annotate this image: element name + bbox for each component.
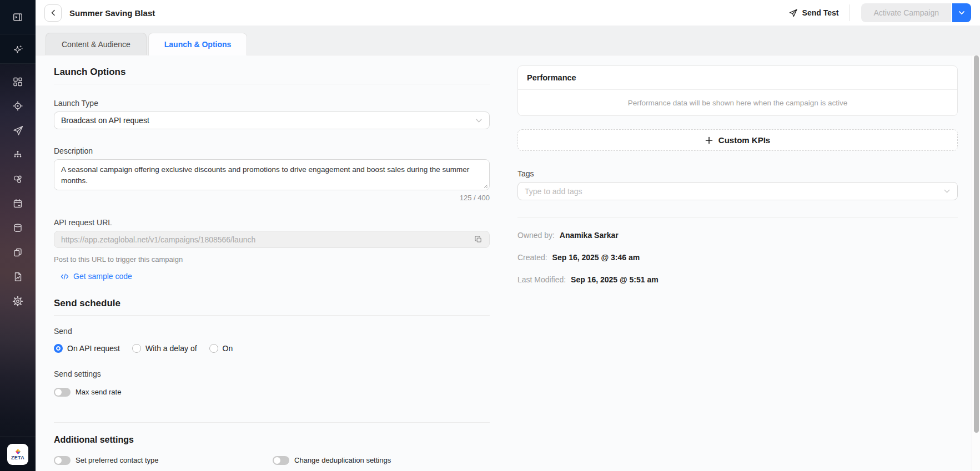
created-label: Created: xyxy=(517,253,547,262)
launch-options-heading: Launch Options xyxy=(54,67,490,84)
scrollbar-track xyxy=(972,55,980,471)
sidebar-toggle-icon xyxy=(12,12,23,23)
content-area: Launch Options Launch Type Broadcast on … xyxy=(36,55,980,471)
deduplication-settings-label: Change deduplication settings xyxy=(294,456,391,464)
sidebar-item-audiences[interactable] xyxy=(0,167,36,191)
deduplication-settings-toggle[interactable] xyxy=(273,456,289,465)
zeta-logo[interactable]: ZETA xyxy=(7,444,28,465)
tags-input[interactable] xyxy=(525,187,943,196)
activate-campaign-group: Activate Campaign xyxy=(861,3,971,22)
api-url-input[interactable] xyxy=(61,235,473,244)
sidebar-toggle-button[interactable] xyxy=(0,0,36,34)
launch-options-panel: Launch Options Launch Type Broadcast on … xyxy=(54,55,490,471)
calendar-icon xyxy=(12,198,23,209)
tab-bar: Content & Audience Launch & Options xyxy=(36,26,980,55)
created-value: Sep 16, 2025 @ 3:46 am xyxy=(552,253,640,262)
preferred-contact-type-toggle[interactable] xyxy=(54,456,71,465)
sidebar-item-campaigns[interactable] xyxy=(0,118,36,143)
sidebar-item-ai[interactable] xyxy=(0,34,36,64)
send-radio-group: On API request With a delay of On xyxy=(54,344,490,353)
copy-url-button[interactable] xyxy=(473,234,484,245)
api-url-label: API request URL xyxy=(54,218,490,227)
chevron-down-icon xyxy=(943,188,951,195)
sidebar-item-settings[interactable] xyxy=(0,289,36,313)
tab-content-audience[interactable]: Content & Audience xyxy=(46,33,147,55)
launch-type-label: Launch Type xyxy=(54,99,490,108)
scrollbar-thumb[interactable] xyxy=(974,55,979,433)
sidebar-item-data[interactable] xyxy=(0,216,36,240)
tags-label: Tags xyxy=(517,169,958,178)
header-divider xyxy=(850,4,850,21)
sidebar-item-templates[interactable] xyxy=(0,240,36,265)
send-test-button[interactable]: Send Test xyxy=(788,8,839,18)
tab-launch-options[interactable]: Launch & Options xyxy=(148,33,248,55)
radio-unselected-icon xyxy=(209,344,218,353)
custom-kpis-button[interactable]: Custom KPIs xyxy=(517,129,958,151)
last-modified-row: Last Modified: Sep 16, 2025 @ 5:51 am xyxy=(517,275,958,284)
sidebar-item-dashboard[interactable] xyxy=(0,69,36,94)
radio-selected-icon xyxy=(54,344,63,353)
section-divider xyxy=(54,422,490,423)
code-icon xyxy=(61,273,69,280)
launch-type-value: Broadcast on API request xyxy=(61,116,149,125)
report-document-icon xyxy=(12,271,23,282)
sidebar-item-reports[interactable] xyxy=(0,265,36,289)
description-label: Description xyxy=(54,146,490,155)
send-label: Send xyxy=(54,327,490,336)
dashboard-icon xyxy=(12,76,23,87)
main-area: Summer Saving Blast Send Test Activate C… xyxy=(36,0,980,471)
radio-with-delay[interactable]: With a delay of xyxy=(132,344,197,353)
owned-by-value: Anamika Sarkar xyxy=(560,231,619,240)
header: Summer Saving Blast Send Test Activate C… xyxy=(36,0,980,26)
owned-by-row: Owned by: Anamika Sarkar xyxy=(517,231,958,240)
page-title: Summer Saving Blast xyxy=(69,8,155,18)
max-send-rate-toggle[interactable] xyxy=(54,388,71,397)
last-modified-label: Last Modified: xyxy=(517,275,566,284)
meta-divider xyxy=(517,217,958,217)
chevron-left-icon xyxy=(50,9,57,16)
database-icon xyxy=(12,222,23,234)
sidebar-item-calendar[interactable] xyxy=(0,191,36,216)
send-settings-label: Send settings xyxy=(54,369,490,378)
sidebar-item-journeys[interactable] xyxy=(0,143,36,167)
owned-by-label: Owned by: xyxy=(517,231,555,240)
created-row: Created: Sep 16, 2025 @ 3:46 am xyxy=(517,253,958,262)
custom-kpis-label: Custom KPIs xyxy=(718,135,770,145)
get-sample-code-link[interactable]: Get sample code xyxy=(61,272,132,281)
goal-target-icon xyxy=(12,100,23,112)
journey-hierarchy-icon xyxy=(12,149,23,160)
chevron-down-icon xyxy=(475,117,483,124)
audience-segments-icon xyxy=(12,174,23,185)
settings-gear-icon xyxy=(12,296,23,307)
performance-heading: Performance xyxy=(518,66,957,90)
radio-on-api-request[interactable]: On API request xyxy=(54,344,120,353)
radio-on-date[interactable]: On xyxy=(209,344,233,353)
back-button[interactable] xyxy=(44,4,62,22)
get-sample-code-label: Get sample code xyxy=(73,272,132,281)
additional-settings-row: Set preferred contact type Change dedupl… xyxy=(54,456,490,465)
activate-campaign-dropdown-button[interactable] xyxy=(952,3,971,22)
activate-campaign-button[interactable]: Activate Campaign xyxy=(861,3,951,22)
sidebar: ZETA xyxy=(0,0,36,471)
description-textarea[interactable]: A seasonal campaign offering exclusive d… xyxy=(54,159,490,190)
max-send-rate-row: Max send rate xyxy=(54,388,490,397)
radio-unselected-icon xyxy=(132,344,141,353)
api-url-hint: Post to this URL to trigger this campaig… xyxy=(54,255,490,264)
plus-icon xyxy=(705,136,713,144)
preferred-contact-type-item: Set preferred contact type xyxy=(54,456,273,465)
max-send-rate-label: Max send rate xyxy=(76,388,121,396)
ai-sparkle-icon xyxy=(12,43,24,55)
deduplication-settings-item: Change deduplication settings xyxy=(273,456,391,465)
copy-icon xyxy=(474,235,483,244)
preferred-contact-type-label: Set preferred contact type xyxy=(76,456,159,464)
launch-type-select[interactable]: Broadcast on API request xyxy=(54,112,490,129)
tags-field xyxy=(517,182,958,200)
send-test-label: Send Test xyxy=(802,8,839,17)
sidebar-item-goals[interactable] xyxy=(0,94,36,118)
api-url-field xyxy=(54,231,490,248)
chevron-down-icon xyxy=(958,9,965,16)
send-test-icon xyxy=(788,8,798,18)
sidebar-footer: ZETA xyxy=(0,437,36,471)
zeta-logo-text: ZETA xyxy=(11,455,24,460)
additional-settings-heading: Additional settings xyxy=(54,435,490,445)
